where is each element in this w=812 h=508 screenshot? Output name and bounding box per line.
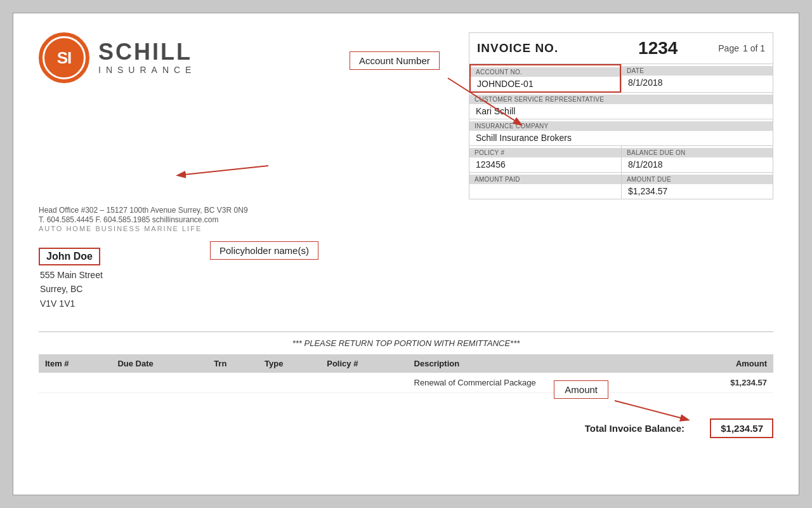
amount-annotation: Amount <box>554 380 608 399</box>
account-number-annotation-box: Account Number <box>350 51 440 70</box>
account-number-annotation: Account Number <box>350 51 440 70</box>
amount-paid-cell: AMOUNT PAID <box>469 173 621 199</box>
amount-paid-value <box>476 185 615 187</box>
cell-due-date <box>111 373 207 393</box>
policyholder-address: 555 Main Street Surrey, BC V1V 1V1 <box>39 268 773 311</box>
policyholder-annotation-box: Policyholder name(s) <box>210 241 318 260</box>
account-no-label: ACCOUNT NO. <box>471 67 620 77</box>
table-body: Renewal of Commercial Package $1,234.57 <box>39 373 773 393</box>
cell-description: Renewal of Commercial Package <box>408 373 676 393</box>
logo-circle-inner: SI <box>43 36 86 79</box>
col-due-date: Due Date <box>111 354 207 373</box>
total-row: Total Invoice Balance: $1,234.57 <box>39 418 773 438</box>
logo-circle: SI <box>39 32 89 83</box>
date-label: DATE <box>622 66 773 76</box>
company-address: Head Office #302 – 15127 100th Avenue Su… <box>39 206 773 232</box>
account-no-cell: ACCOUNT NO. JOHNDOE-01 <box>469 64 621 93</box>
total-value: $1,234.57 <box>721 423 763 434</box>
col-type: Type <box>258 354 320 373</box>
balance-due-on-cell: BALANCE DUE ON 8/1/2018 <box>621 146 773 173</box>
table-header: Item # Due Date Trn Type Policy # Descri… <box>39 354 773 373</box>
policyholder-area: Policyholder name(s) John Doe 555 Main S… <box>39 248 773 318</box>
policy-value: 123456 <box>476 159 615 170</box>
invoice-table: Item # Due Date Trn Type Policy # Descri… <box>39 354 773 393</box>
cell-item <box>39 373 111 393</box>
amount-annotation-box: Amount <box>554 380 608 399</box>
policyholder-name-box: John Doe <box>39 248 100 265</box>
col-amount: Amount <box>675 354 773 373</box>
address-line1: Head Office #302 – 15127 100th Avenue Su… <box>39 206 773 215</box>
policyholder-address-line2: Surrey, BC <box>40 282 773 296</box>
invoice-box: INVOICE NO. 1234 Page 1 of 1 ACCOUNT NO.… <box>469 32 773 199</box>
policy-label: POLICY # <box>469 148 621 157</box>
invoice-grid: ACCOUNT NO. JOHNDOE-01 DATE 8/1/2018 CUS… <box>469 64 773 199</box>
col-policy: Policy # <box>320 354 407 373</box>
cell-trn <box>207 373 258 393</box>
insurance-company-label: INSURANCE COMPANY <box>469 121 773 131</box>
total-label: Total Invoice Balance: <box>585 423 684 434</box>
col-item: Item # <box>39 354 111 373</box>
invoice-no-label: INVOICE NO. <box>477 41 598 55</box>
date-value: 8/1/2018 <box>628 77 766 88</box>
invoice-no-value: 1234 <box>598 38 718 58</box>
cell-type <box>258 373 320 393</box>
balance-due-on-value: 8/1/2018 <box>628 159 766 170</box>
policyholder-address-line3: V1V 1V1 <box>40 297 773 311</box>
table-row: Renewal of Commercial Package $1,234.57 <box>39 373 773 393</box>
col-trn: Trn <box>207 354 258 373</box>
csr-value: Kari Schill <box>476 105 766 117</box>
address-line2: T. 604.585.4445 F. 604.585.1985 schillin… <box>39 215 773 224</box>
cell-amount: $1,234.57 <box>675 373 773 393</box>
page-label: Page <box>718 43 739 53</box>
svg-line-2 <box>615 401 688 420</box>
page-value: 1 of 1 <box>743 43 765 53</box>
section-divider <box>39 331 773 332</box>
account-number-annotation-label: Account Number <box>359 55 430 66</box>
policyholder-info: John Doe 555 Main Street Surrey, BC V1V … <box>39 248 773 311</box>
policyholder-address-line1: 555 Main Street <box>40 268 773 282</box>
policyholder-annotation-label: Policyholder name(s) <box>219 245 309 256</box>
policyholder-annotation: Policyholder name(s) <box>210 241 318 260</box>
invoice-page: SI SCHILL INSURANCE INVOICE NO. 1234 Pag… <box>13 13 799 495</box>
policy-cell: POLICY # 123456 <box>469 146 621 173</box>
policyholder-name: John Doe <box>46 251 93 262</box>
logo-company-name: SCHILL <box>98 41 196 64</box>
insurance-company-cell: INSURANCE COMPANY Schill Insurance Broke… <box>469 119 773 146</box>
table-header-row: Item # Due Date Trn Type Policy # Descri… <box>39 354 773 373</box>
amount-due-cell: AMOUNT DUE $1,234.57 <box>621 173 773 199</box>
logo-text: SCHILL INSURANCE <box>98 41 196 75</box>
services-row: AUTO HOME BUSINESS MARINE LIFE <box>39 225 773 232</box>
amount-due-label: AMOUNT DUE <box>622 175 773 184</box>
logo-initials: SI <box>57 48 72 68</box>
logo-area: SI SCHILL INSURANCE <box>39 32 196 83</box>
amount-paid-label: AMOUNT PAID <box>469 175 621 184</box>
csr-label: CUSTOMER SERVICE REPRESENTATIVE <box>469 95 773 104</box>
remittance-note: *** PLEASE RETURN TOP PORTION WITH REMIT… <box>39 338 773 348</box>
total-value-box: $1,234.57 <box>710 418 773 438</box>
logo-subtitle: INSURANCE <box>98 65 196 75</box>
amount-due-value: $1,234.57 <box>628 185 766 197</box>
total-section: Amount Total Invoice Balance: $1,234.57 <box>39 418 773 438</box>
invoice-header-row: INVOICE NO. 1234 Page 1 of 1 <box>469 33 773 64</box>
date-cell: DATE 8/1/2018 <box>621 64 773 93</box>
col-description: Description <box>408 354 676 373</box>
account-no-value: JOHNDOE-01 <box>477 78 613 90</box>
csr-cell: CUSTOMER SERVICE REPRESENTATIVE Kari Sch… <box>469 93 773 119</box>
amount-annotation-label: Amount <box>565 384 598 395</box>
insurance-company-value: Schill Insurance Brokers <box>476 132 766 144</box>
balance-due-on-label: BALANCE DUE ON <box>622 148 773 157</box>
cell-policy <box>320 373 407 393</box>
